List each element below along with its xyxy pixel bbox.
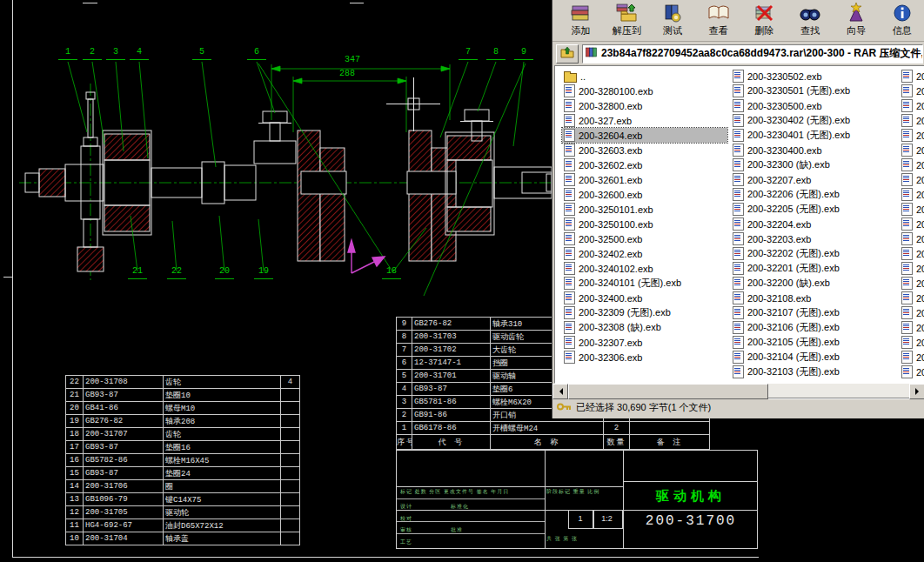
address-bar[interactable]: 23b84a7f822709452aa8c0ca68dd9473.rar\200… bbox=[582, 44, 923, 64]
file-list-item[interactable]: 200 bbox=[900, 231, 924, 246]
horizontal-scrollbar[interactable] bbox=[552, 384, 924, 398]
file-list-item[interactable]: 200-32307.exb bbox=[562, 335, 727, 350]
scrollbar-track[interactable] bbox=[568, 384, 909, 398]
file-list-item[interactable]: 200 bbox=[900, 335, 924, 350]
file-list-item[interactable]: 200-32105 (无图).exb bbox=[731, 335, 896, 350]
file-list-item[interactable]: 200-3240102.exb bbox=[562, 261, 727, 276]
balloon-20: 20 bbox=[215, 266, 234, 279]
file-list-item[interactable]: 200-32206 (无图).exb bbox=[731, 187, 896, 202]
toolbar-info-button[interactable]: 信息 bbox=[879, 0, 924, 40]
file-list-item[interactable]: 200-32300 (缺).exb bbox=[731, 157, 896, 172]
file-list-item[interactable]: 200-3240101 (无图).exb bbox=[562, 276, 727, 291]
balloon-21: 21 bbox=[128, 266, 147, 279]
file-list-item[interactable]: 200 bbox=[900, 143, 924, 157]
file-list-item[interactable]: 200-3230402 (无图).exb bbox=[731, 113, 896, 128]
file-list-item[interactable]: 200-3230502.exb bbox=[731, 69, 896, 84]
file-icon bbox=[901, 247, 913, 260]
file-list-item[interactable]: 200-32201 (无图).exb bbox=[731, 261, 896, 276]
file-list-item[interactable]: 200-32107 (无图).exb bbox=[731, 305, 896, 320]
file-list-item[interactable]: 200 bbox=[900, 69, 924, 84]
file-name: 200-32204.exb bbox=[747, 219, 811, 230]
file-list-item[interactable]: 200 bbox=[900, 128, 924, 143]
file-list-item[interactable]: 200-3250100.exb bbox=[562, 217, 727, 231]
file-list-item[interactable]: 200-32400.exb bbox=[562, 291, 727, 305]
toolbar-delete-button[interactable]: 删除 bbox=[741, 0, 787, 40]
file-name: 200-32307.exb bbox=[579, 338, 642, 348]
file-list-item[interactable]: 200 bbox=[900, 291, 924, 305]
file-list-item[interactable]: 200-32207.exb bbox=[731, 172, 896, 187]
toolbar-wizard-button[interactable]: 向导 bbox=[834, 0, 880, 40]
file-list-item[interactable]: 200 bbox=[900, 202, 924, 217]
file-list-item[interactable]: 200-32800.exb bbox=[562, 98, 727, 113]
file-list-item[interactable]: 200-32601.exb bbox=[562, 172, 727, 187]
file-list-item[interactable]: 200-32500.exb bbox=[562, 231, 727, 246]
title-block: 标记 处数 分区 更改文件号 签名 年月日 设计 校对 审核 工艺 标准化 批准… bbox=[396, 450, 758, 549]
file-list-item[interactable]: 200-3230501 (无图).exb bbox=[731, 84, 896, 98]
file-list-item[interactable]: 200 bbox=[900, 217, 924, 231]
file-list-item[interactable]: 200 bbox=[900, 172, 924, 187]
file-list-item[interactable]: 200 bbox=[900, 261, 924, 276]
file-list-item[interactable]: 200 bbox=[900, 305, 924, 320]
file-list-item[interactable]: 200-3280100.exb bbox=[562, 84, 727, 98]
file-list-item[interactable]: 200 bbox=[900, 320, 924, 335]
file-list-item[interactable]: 200-32308 (缺).exb bbox=[562, 320, 727, 335]
file-list-item[interactable]: 200-32204.exb bbox=[731, 217, 896, 231]
file-name: 200-3230402 (无图).exb bbox=[747, 114, 850, 127]
scroll-left-button[interactable] bbox=[552, 384, 568, 399]
file-name: 200-32800.exb bbox=[579, 101, 642, 111]
toolbar-find-button[interactable]: 查找 bbox=[787, 0, 834, 40]
file-name: 200-32105 (无图).exb bbox=[747, 336, 840, 349]
file-name: 200 bbox=[916, 160, 924, 171]
file-list-item[interactable]: 200-32602.exb bbox=[562, 157, 727, 172]
file-list-item[interactable]: 200-3230401 (无图).exb bbox=[731, 128, 896, 143]
file-list-item[interactable]: 200-3250101.exb bbox=[562, 202, 727, 217]
file-list-item[interactable]: 200-32106 (无图).exb bbox=[731, 320, 896, 335]
file-list-item[interactable]: 200-32600.exb bbox=[562, 187, 727, 202]
file-list-item[interactable]: 200-32200 (缺).exb bbox=[731, 276, 896, 291]
toolbar-view-button[interactable]: 查看 bbox=[695, 0, 741, 40]
file-list-item[interactable]: 200-32402.exb bbox=[562, 246, 727, 261]
file-list-item-parent-dir[interactable]: .. bbox=[562, 69, 727, 84]
toolbar-extract-to-button[interactable]: 解压到 bbox=[604, 0, 650, 40]
file-list-item[interactable]: 200 bbox=[900, 365, 924, 379]
file-list-item[interactable]: 200-32309 (无图).exb bbox=[562, 305, 727, 320]
file-list-item[interactable]: 200-32306.exb bbox=[562, 350, 727, 365]
up-dir-button[interactable] bbox=[556, 44, 579, 64]
file-list-item[interactable]: 200-32202 (无图).exb bbox=[731, 246, 896, 261]
bom-row: 17GB93-87垫圈16 bbox=[66, 441, 300, 454]
file-list-item[interactable]: 200-32604.exb bbox=[562, 128, 727, 143]
file-icon bbox=[733, 351, 744, 364]
toolbar-add-label: 添加 bbox=[571, 24, 590, 37]
file-list[interactable]: ..200-3280100.exb200-32800.exb200-327.ex… bbox=[554, 65, 924, 384]
file-list-item[interactable]: 200 bbox=[900, 187, 924, 202]
file-list-item[interactable]: 200-32108.exb bbox=[731, 291, 896, 305]
file-icon bbox=[901, 84, 913, 97]
scrollbar-thumb[interactable] bbox=[568, 384, 768, 399]
dimension-288: 288 bbox=[339, 69, 355, 78]
test-icon bbox=[661, 2, 684, 24]
file-list-item[interactable]: 200-3230500.exb bbox=[731, 98, 896, 113]
file-list-item[interactable]: 200 bbox=[900, 84, 924, 98]
file-list-item[interactable]: 200-327.exb bbox=[562, 113, 727, 128]
bom-row: 21GB93-87垫圈10 bbox=[66, 389, 300, 402]
file-list-item[interactable]: 200 bbox=[900, 276, 924, 291]
file-name: 200-3280100.exb bbox=[579, 86, 653, 97]
bom-row: 16GB5782-86螺栓M16X45 bbox=[66, 454, 300, 467]
toolbar-test-button[interactable]: 测试 bbox=[650, 0, 696, 40]
balloon-1: 1 bbox=[58, 47, 77, 60]
file-list-item[interactable]: 200 bbox=[900, 246, 924, 261]
file-list-item[interactable]: 200-32205 (无图).exb bbox=[731, 202, 896, 217]
file-list-item[interactable]: 200 bbox=[900, 157, 924, 172]
file-list-item[interactable]: 200 bbox=[900, 113, 924, 128]
toolbar-add-button[interactable]: 添加 bbox=[558, 0, 604, 40]
file-icon bbox=[901, 70, 913, 83]
file-list-item[interactable]: 200-32103 (无图).exb bbox=[731, 365, 896, 379]
file-list-item[interactable]: 200 bbox=[900, 98, 924, 113]
file-list-item[interactable]: 200-32104 (无图).exb bbox=[731, 350, 896, 365]
file-list-item[interactable]: 200-3230400.exb bbox=[731, 143, 896, 157]
scroll-right-button[interactable] bbox=[909, 384, 924, 399]
file-list-item[interactable]: 200-32203.exb bbox=[731, 231, 896, 246]
file-list-item[interactable]: 200-32603.exb bbox=[562, 143, 727, 157]
file-column-1: ..200-3280100.exb200-32800.exb200-327.ex… bbox=[562, 69, 727, 365]
file-list-item[interactable]: 200 bbox=[900, 350, 924, 365]
